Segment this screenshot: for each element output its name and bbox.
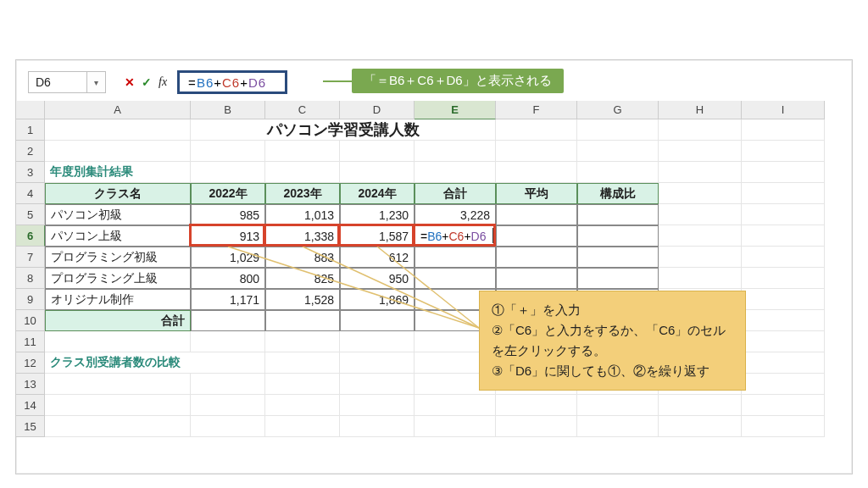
cell[interactable] [742,141,825,162]
cell[interactable] [191,310,265,331]
name-box[interactable]: D6 [28,71,87,93]
cell[interactable] [742,416,825,437]
cell[interactable] [659,225,742,247]
cell[interactable] [742,162,825,183]
cell[interactable] [415,162,496,183]
col-header-f[interactable]: F [496,101,577,119]
cell[interactable] [742,289,825,310]
cell[interactable]: 1,171 [191,289,265,310]
cell[interactable] [496,416,577,437]
row-header-15[interactable]: 15 [16,416,45,437]
row-header-6[interactable]: 6 [16,225,45,247]
cell[interactable]: 800 [191,268,265,289]
row-header-3[interactable]: 3 [16,162,45,183]
cell[interactable]: 1,528 [265,289,340,310]
cell[interactable] [742,225,825,247]
cell[interactable] [340,395,415,416]
class-name[interactable]: プログラミング上級 [45,268,191,289]
cell[interactable]: 825 [265,268,340,289]
cell[interactable] [659,204,742,225]
cell[interactable] [742,268,825,289]
cell[interactable] [191,331,265,352]
cell[interactable] [659,416,742,437]
cell[interactable] [496,119,577,141]
cell[interactable] [577,225,659,247]
cell[interactable] [742,374,825,395]
cell[interactable] [742,310,825,331]
cell[interactable] [577,162,659,183]
cell[interactable]: 3,228 [415,204,496,225]
cell[interactable] [340,162,415,183]
cell[interactable] [577,268,659,289]
section-2-label[interactable]: クラス別受講者数の比較 [45,352,265,374]
formula-input[interactable]: =B6+C6+D6 [177,70,287,94]
table-header[interactable]: 構成比 [577,183,659,204]
cancel-icon[interactable]: ✕ [125,75,135,89]
cell[interactable] [340,310,415,331]
cell[interactable] [415,416,496,437]
row-header-11[interactable]: 11 [16,331,45,352]
cell[interactable] [340,352,415,374]
cell[interactable]: 950 [340,268,415,289]
cell[interactable] [45,416,191,437]
col-header-g[interactable]: G [577,101,659,119]
col-header-i[interactable]: I [742,101,825,119]
cell[interactable] [577,141,659,162]
cell[interactable]: 1,587 [340,225,415,247]
cell[interactable] [340,374,415,395]
cell[interactable] [659,268,742,289]
cell[interactable] [659,183,742,204]
cell[interactable] [191,416,265,437]
select-all-corner[interactable] [16,101,45,119]
col-header-a[interactable]: A [45,101,191,119]
sheet-title[interactable]: パソコン学習受講人数 [191,119,496,141]
row-header-5[interactable]: 5 [16,204,45,225]
table-header[interactable]: 2023年 [265,183,340,204]
cell[interactable] [496,247,577,268]
class-name[interactable]: パソコン初級 [45,204,191,225]
cell[interactable] [496,162,577,183]
cell[interactable] [191,141,265,162]
cell[interactable] [742,247,825,268]
cell[interactable] [742,331,825,352]
cell[interactable] [577,119,659,141]
cell[interactable]: 1,029 [191,247,265,268]
row-header-8[interactable]: 8 [16,268,45,289]
cell[interactable] [265,416,340,437]
class-name[interactable]: オリジナル制作 [45,289,191,310]
cell[interactable] [659,395,742,416]
cell[interactable] [45,119,191,141]
cell[interactable] [265,331,340,352]
cell[interactable] [496,141,577,162]
row-header-13[interactable]: 13 [16,374,45,395]
cell[interactable] [191,162,265,183]
cell[interactable]: 1,338 [265,225,340,247]
cell[interactable] [742,204,825,225]
cell[interactable] [340,141,415,162]
cell[interactable]: 1,869 [340,289,415,310]
cell[interactable] [577,395,659,416]
cell[interactable] [265,395,340,416]
cell[interactable] [45,141,191,162]
cell[interactable]: 883 [265,247,340,268]
table-header[interactable]: 合計 [415,183,496,204]
cell[interactable] [577,416,659,437]
cell[interactable] [340,416,415,437]
cell[interactable] [45,395,191,416]
cell[interactable] [742,352,825,374]
table-header[interactable]: クラス名 [45,183,191,204]
col-header-c[interactable]: C [265,101,340,119]
col-header-e[interactable]: E [415,101,496,119]
table-header[interactable]: 2024年 [340,183,415,204]
row-header-14[interactable]: 14 [16,395,45,416]
cell[interactable] [265,310,340,331]
row-header-7[interactable]: 7 [16,247,45,268]
cell[interactable] [191,374,265,395]
cell-e6-formula[interactable]: =B6+C6+D6 [415,225,496,247]
cell[interactable]: 1,230 [340,204,415,225]
name-box-dropdown[interactable]: ▾ [87,71,106,93]
row-header-12[interactable]: 12 [16,352,45,374]
cell[interactable] [415,395,496,416]
row-header-1[interactable]: 1 [16,119,45,141]
cell[interactable] [496,395,577,416]
